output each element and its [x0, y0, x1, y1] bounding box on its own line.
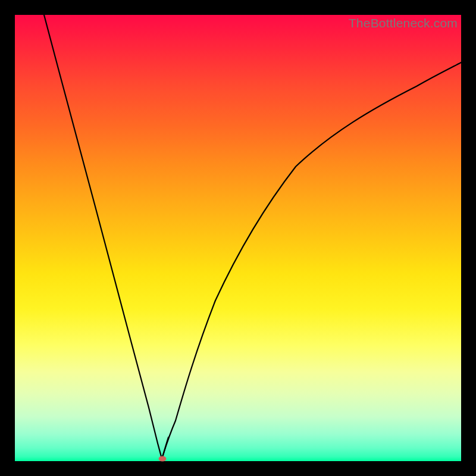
minimum-marker — [158, 456, 166, 461]
chart-frame: TheBottleneck.com — [0, 0, 476, 476]
curve-right-branch — [162, 62, 461, 459]
curve-left-branch — [44, 15, 162, 459]
plot-area: TheBottleneck.com — [15, 15, 461, 461]
bottleneck-curve — [15, 15, 461, 461]
